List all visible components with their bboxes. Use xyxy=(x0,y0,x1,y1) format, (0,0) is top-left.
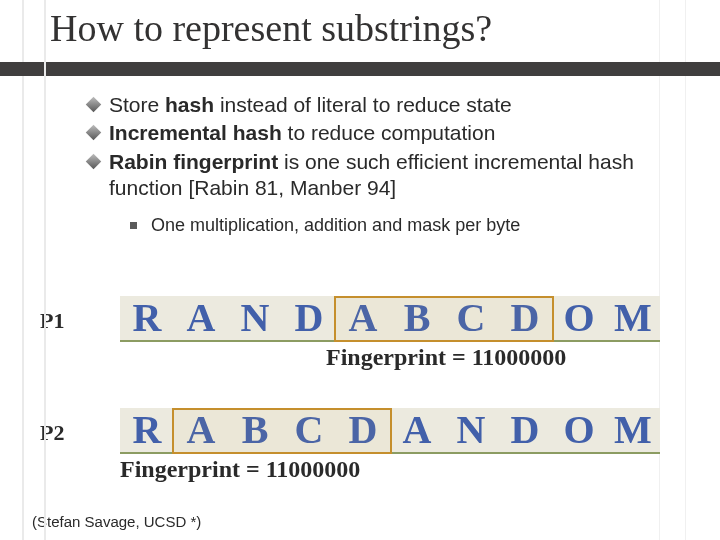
seq-char: A xyxy=(174,296,228,340)
seq-char: D xyxy=(498,296,552,340)
sequence-strip-p1: R A N D A B C D O M xyxy=(120,296,660,342)
bullet-text: Store hash instead of literal to reduce … xyxy=(109,92,688,118)
seq-char: N xyxy=(444,408,498,452)
bullet-item: Incremental hash to reduce computation xyxy=(88,120,688,146)
text: to reduce computation xyxy=(282,121,496,144)
seq-char: B xyxy=(228,408,282,452)
diamond-bullet-icon xyxy=(86,125,102,141)
slide-body: Store hash instead of literal to reduce … xyxy=(88,92,688,236)
seq-char: A xyxy=(336,296,390,340)
seq-char: C xyxy=(444,296,498,340)
seq-char: C xyxy=(282,408,336,452)
sub-bullet-item: One multiplication, addition and mask pe… xyxy=(130,215,688,236)
seq-char: R xyxy=(120,296,174,340)
footer-attribution: (Stefan Savage, UCSD *) xyxy=(32,513,201,530)
fingerprint-caption-p2: Fingerprint = 11000000 xyxy=(120,456,360,483)
text: instead of literal to reduce state xyxy=(214,93,512,116)
sequence-label-p2: P2 xyxy=(40,420,64,446)
bullet-text: Rabin fingerprint is one such efficient … xyxy=(109,149,688,202)
bullet-item: Rabin fingerprint is one such efficient … xyxy=(88,149,688,202)
seq-char: A xyxy=(390,408,444,452)
seq-char: D xyxy=(336,408,390,452)
seq-char: O xyxy=(552,296,606,340)
seq-char: R xyxy=(120,408,174,452)
bg-guide xyxy=(659,0,660,540)
seq-char: D xyxy=(498,408,552,452)
seq-char: O xyxy=(552,408,606,452)
bg-guide xyxy=(685,0,686,540)
seq-char: D xyxy=(282,296,336,340)
text: Store xyxy=(109,93,165,116)
slide-title: How to represent substrings? xyxy=(50,6,690,50)
slide: How to represent substrings? Store hash … xyxy=(0,0,720,540)
seq-char: M xyxy=(606,296,660,340)
title-underline xyxy=(0,62,720,76)
bullet-text: Incremental hash to reduce computation xyxy=(109,120,688,146)
sub-bullet-text: One multiplication, addition and mask pe… xyxy=(151,215,520,236)
sequence-strip-p2: R A B C D A N D O M xyxy=(120,408,660,454)
seq-char: M xyxy=(606,408,660,452)
seq-char: B xyxy=(390,296,444,340)
bullet-item: Store hash instead of literal to reduce … xyxy=(88,92,688,118)
text-bold: Incremental hash xyxy=(109,121,282,144)
seq-char: A xyxy=(174,408,228,452)
seq-char: N xyxy=(228,296,282,340)
diamond-bullet-icon xyxy=(86,97,102,113)
square-bullet-icon xyxy=(130,222,137,229)
text-bold: Rabin fingerprint xyxy=(109,150,278,173)
text-bold: hash xyxy=(165,93,214,116)
fingerprint-caption-p1: Fingerprint = 11000000 xyxy=(326,344,566,371)
sequence-label-p1: P1 xyxy=(40,308,64,334)
diamond-bullet-icon xyxy=(86,153,102,169)
